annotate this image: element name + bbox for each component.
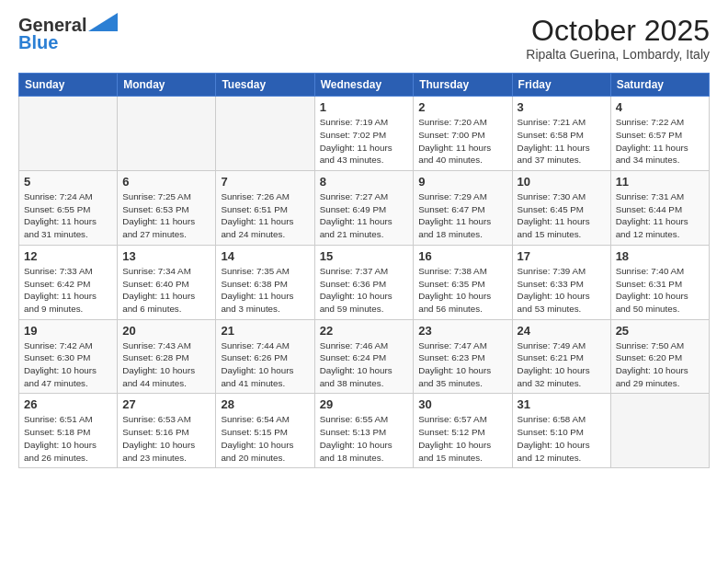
day-info: Sunrise: 7:40 AM Sunset: 6:31 PM Dayligh… — [616, 265, 704, 316]
calendar-header-row: SundayMondayTuesdayWednesdayThursdayFrid… — [19, 74, 710, 97]
calendar-day: 31Sunrise: 6:58 AM Sunset: 5:10 PM Dayli… — [512, 394, 610, 468]
day-number: 4 — [616, 100, 704, 114]
calendar-day: 29Sunrise: 6:55 AM Sunset: 5:13 PM Dayli… — [314, 394, 414, 468]
calendar-day — [216, 97, 314, 171]
day-info: Sunrise: 7:49 AM Sunset: 6:21 PM Dayligh… — [518, 339, 606, 390]
day-info: Sunrise: 7:44 AM Sunset: 6:26 PM Dayligh… — [221, 339, 309, 390]
day-info: Sunrise: 6:55 AM Sunset: 5:13 PM Dayligh… — [320, 413, 409, 464]
day-info: Sunrise: 7:31 AM Sunset: 6:44 PM Dayligh… — [616, 190, 704, 241]
day-number: 8 — [320, 175, 409, 189]
logo-icon — [88, 13, 118, 31]
page-container: General Blue October 2025 Ripalta Guerin… — [0, 0, 728, 477]
day-info: Sunrise: 7:22 AM Sunset: 6:57 PM Dayligh… — [616, 116, 704, 167]
calendar-day: 22Sunrise: 7:46 AM Sunset: 6:24 PM Dayli… — [314, 319, 414, 394]
calendar-day: 18Sunrise: 7:40 AM Sunset: 6:31 PM Dayli… — [610, 245, 709, 319]
day-info: Sunrise: 7:35 AM Sunset: 6:38 PM Dayligh… — [221, 265, 309, 316]
day-info: Sunrise: 7:20 AM Sunset: 7:00 PM Dayligh… — [418, 116, 506, 167]
calendar-header-friday: Friday — [512, 74, 610, 97]
day-number: 30 — [418, 397, 506, 411]
day-info: Sunrise: 7:43 AM Sunset: 6:28 PM Dayligh… — [122, 339, 210, 390]
day-info: Sunrise: 7:19 AM Sunset: 7:02 PM Dayligh… — [320, 116, 409, 167]
calendar-day: 17Sunrise: 7:39 AM Sunset: 6:33 PM Dayli… — [512, 245, 610, 319]
day-info: Sunrise: 7:50 AM Sunset: 6:20 PM Dayligh… — [616, 339, 704, 390]
calendar-header-tuesday: Tuesday — [216, 74, 314, 97]
calendar-day: 9Sunrise: 7:29 AM Sunset: 6:47 PM Daylig… — [414, 171, 512, 246]
day-info: Sunrise: 7:24 AM Sunset: 6:55 PM Dayligh… — [24, 190, 112, 241]
calendar-day: 15Sunrise: 7:37 AM Sunset: 6:36 PM Dayli… — [314, 245, 414, 319]
calendar-day — [610, 394, 709, 468]
day-number: 26 — [24, 397, 112, 411]
day-number: 23 — [418, 324, 506, 338]
location: Ripalta Guerina, Lombardy, Italy — [526, 47, 710, 62]
day-number: 17 — [518, 249, 606, 263]
day-info: Sunrise: 7:27 AM Sunset: 6:49 PM Dayligh… — [320, 190, 409, 241]
calendar-day: 3Sunrise: 7:21 AM Sunset: 6:58 PM Daylig… — [512, 97, 610, 171]
day-number: 6 — [122, 175, 210, 189]
day-number: 5 — [24, 175, 112, 189]
calendar-header-sunday: Sunday — [19, 74, 118, 97]
day-number: 13 — [122, 249, 210, 263]
calendar-day: 10Sunrise: 7:30 AM Sunset: 6:45 PM Dayli… — [512, 171, 610, 246]
calendar-day: 2Sunrise: 7:20 AM Sunset: 7:00 PM Daylig… — [414, 97, 512, 171]
calendar-day: 4Sunrise: 7:22 AM Sunset: 6:57 PM Daylig… — [610, 97, 709, 171]
calendar-day: 24Sunrise: 7:49 AM Sunset: 6:21 PM Dayli… — [512, 319, 610, 394]
calendar-day — [19, 97, 118, 171]
day-number: 29 — [320, 397, 409, 411]
logo-blue: Blue — [18, 32, 58, 53]
day-info: Sunrise: 7:39 AM Sunset: 6:33 PM Dayligh… — [518, 265, 606, 316]
day-info: Sunrise: 6:58 AM Sunset: 5:10 PM Dayligh… — [518, 413, 606, 464]
day-info: Sunrise: 7:42 AM Sunset: 6:30 PM Dayligh… — [24, 339, 112, 390]
day-number: 24 — [518, 324, 606, 338]
calendar-day: 30Sunrise: 6:57 AM Sunset: 5:12 PM Dayli… — [414, 394, 512, 468]
calendar-week-3: 12Sunrise: 7:33 AM Sunset: 6:42 PM Dayli… — [19, 245, 710, 319]
calendar-day: 23Sunrise: 7:47 AM Sunset: 6:23 PM Dayli… — [414, 319, 512, 394]
day-number: 16 — [418, 249, 506, 263]
calendar-day: 14Sunrise: 7:35 AM Sunset: 6:38 PM Dayli… — [216, 245, 314, 319]
calendar-day: 11Sunrise: 7:31 AM Sunset: 6:44 PM Dayli… — [610, 171, 709, 246]
calendar-day: 1Sunrise: 7:19 AM Sunset: 7:02 PM Daylig… — [314, 97, 414, 171]
logo: General Blue — [18, 15, 118, 53]
calendar-day: 16Sunrise: 7:38 AM Sunset: 6:35 PM Dayli… — [414, 245, 512, 319]
day-number: 19 — [24, 324, 112, 338]
day-info: Sunrise: 6:53 AM Sunset: 5:16 PM Dayligh… — [122, 413, 210, 464]
day-number: 20 — [122, 324, 210, 338]
header: General Blue October 2025 Ripalta Guerin… — [18, 15, 710, 62]
day-info: Sunrise: 7:38 AM Sunset: 6:35 PM Dayligh… — [418, 265, 506, 316]
day-info: Sunrise: 7:34 AM Sunset: 6:40 PM Dayligh… — [122, 265, 210, 316]
calendar-day: 26Sunrise: 6:51 AM Sunset: 5:18 PM Dayli… — [19, 394, 118, 468]
calendar-week-2: 5Sunrise: 7:24 AM Sunset: 6:55 PM Daylig… — [19, 171, 710, 246]
calendar-day: 20Sunrise: 7:43 AM Sunset: 6:28 PM Dayli… — [118, 319, 216, 394]
day-number: 9 — [418, 175, 506, 189]
calendar-week-4: 19Sunrise: 7:42 AM Sunset: 6:30 PM Dayli… — [19, 319, 710, 394]
day-number: 12 — [24, 249, 112, 263]
day-number: 15 — [320, 249, 409, 263]
calendar-day: 21Sunrise: 7:44 AM Sunset: 6:26 PM Dayli… — [216, 319, 314, 394]
calendar-day: 7Sunrise: 7:26 AM Sunset: 6:51 PM Daylig… — [216, 171, 314, 246]
calendar-day: 25Sunrise: 7:50 AM Sunset: 6:20 PM Dayli… — [610, 319, 709, 394]
calendar-day: 5Sunrise: 7:24 AM Sunset: 6:55 PM Daylig… — [19, 171, 118, 246]
calendar-header-monday: Monday — [118, 74, 216, 97]
calendar-day: 19Sunrise: 7:42 AM Sunset: 6:30 PM Dayli… — [19, 319, 118, 394]
day-number: 27 — [122, 397, 210, 411]
calendar-day: 12Sunrise: 7:33 AM Sunset: 6:42 PM Dayli… — [19, 245, 118, 319]
calendar-day: 13Sunrise: 7:34 AM Sunset: 6:40 PM Dayli… — [118, 245, 216, 319]
calendar-day: 27Sunrise: 6:53 AM Sunset: 5:16 PM Dayli… — [118, 394, 216, 468]
title-section: October 2025 Ripalta Guerina, Lombardy, … — [526, 15, 710, 62]
day-info: Sunrise: 7:29 AM Sunset: 6:47 PM Dayligh… — [418, 190, 506, 241]
calendar-day: 6Sunrise: 7:25 AM Sunset: 6:53 PM Daylig… — [118, 171, 216, 246]
day-info: Sunrise: 7:26 AM Sunset: 6:51 PM Dayligh… — [221, 190, 309, 241]
month-title: October 2025 — [526, 15, 710, 47]
day-info: Sunrise: 6:54 AM Sunset: 5:15 PM Dayligh… — [221, 413, 309, 464]
day-info: Sunrise: 7:46 AM Sunset: 6:24 PM Dayligh… — [320, 339, 409, 390]
day-number: 21 — [221, 324, 309, 338]
day-info: Sunrise: 7:33 AM Sunset: 6:42 PM Dayligh… — [24, 265, 112, 316]
day-number: 1 — [320, 100, 409, 114]
day-number: 14 — [221, 249, 309, 263]
day-info: Sunrise: 6:51 AM Sunset: 5:18 PM Dayligh… — [24, 413, 112, 464]
calendar-header-thursday: Thursday — [414, 74, 512, 97]
calendar-day: 8Sunrise: 7:27 AM Sunset: 6:49 PM Daylig… — [314, 171, 414, 246]
day-number: 25 — [616, 324, 704, 338]
day-number: 18 — [616, 249, 704, 263]
day-number: 7 — [221, 175, 309, 189]
day-number: 22 — [320, 324, 409, 338]
